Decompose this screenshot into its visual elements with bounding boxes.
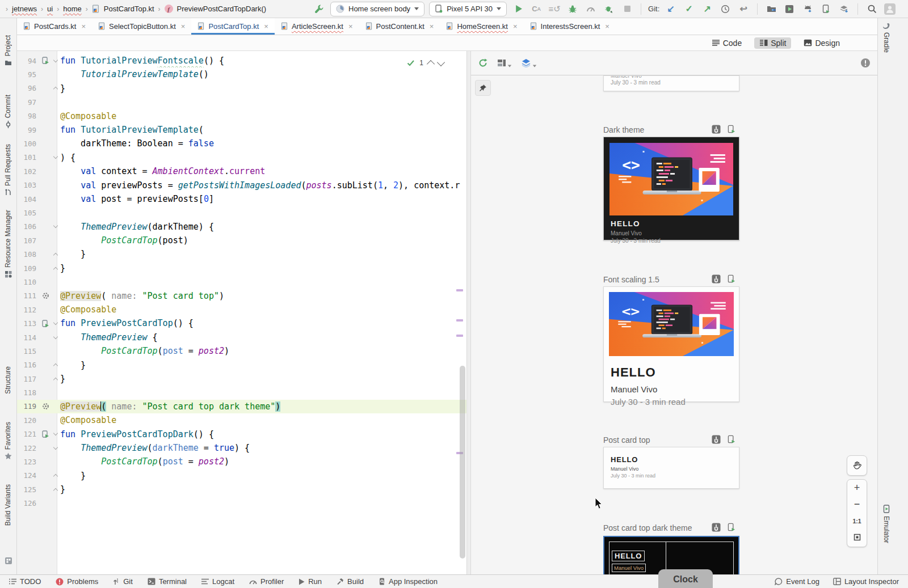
fold-marker[interactable] <box>51 447 60 449</box>
statusbar-item-event-log[interactable]: Event Log <box>775 577 819 586</box>
code-line[interactable]: 110 <box>17 275 466 289</box>
code-line[interactable]: 116 } <box>17 358 466 372</box>
fold-marker[interactable] <box>51 377 60 382</box>
statusbar-item-layout-inspector[interactable]: Layout Inspector <box>833 577 899 586</box>
code-line[interactable]: 95 TutorialPreviewTemplate() <box>17 67 466 81</box>
preview-view-options-icon[interactable] <box>497 58 512 67</box>
next-issue-icon[interactable] <box>437 58 445 66</box>
code-line[interactable]: 118 <box>17 386 466 399</box>
git-commit-button[interactable]: ✓ <box>682 2 696 16</box>
gutter-icon-slot[interactable] <box>40 430 51 438</box>
apply-changes-button[interactable]: CA <box>529 2 543 16</box>
code-line[interactable]: 121fun PreviewPostCardTopDark() { <box>17 428 466 441</box>
code-line[interactable]: 117} <box>17 372 466 386</box>
code-line[interactable]: 111@Preview( name: "Post card top") <box>17 289 466 303</box>
run-button[interactable] <box>511 2 525 16</box>
editor-scrollbar[interactable] <box>460 366 465 559</box>
zoom-out-button[interactable]: − <box>847 496 867 513</box>
close-icon[interactable]: × <box>181 22 186 31</box>
statusbar-item-profiler[interactable]: Profiler <box>249 577 284 586</box>
code-line[interactable]: 125} <box>17 483 466 496</box>
mode-split-button[interactable]: Split <box>754 37 791 49</box>
git-update-button[interactable]: ↙ <box>664 2 678 16</box>
git-rollback-button[interactable]: ↩ <box>737 2 750 16</box>
statusbar-item-app-inspection[interactable]: App Inspection <box>379 577 438 586</box>
fold-marker[interactable] <box>51 473 60 478</box>
interactive-preview-icon[interactable] <box>712 274 721 284</box>
fold-marker[interactable] <box>51 323 60 324</box>
mode-code-button[interactable]: Code <box>708 37 745 49</box>
tool-window-switcher-icon[interactable] <box>5 557 12 565</box>
edit-configuration-wrench-icon[interactable] <box>312 2 326 16</box>
fold-marker[interactable] <box>51 60 60 62</box>
run-preview-on-device-icon[interactable] <box>728 125 736 134</box>
mode-design-button[interactable]: Design <box>800 37 843 49</box>
statusbar-item-logcat[interactable]: Logcat <box>201 577 234 586</box>
gutter-icon-slot[interactable] <box>40 57 51 65</box>
run-preview-gutter-icon[interactable] <box>41 320 49 328</box>
code-line[interactable]: 106 ThemedPreview(darkTheme) { <box>17 220 466 234</box>
zoom-in-button[interactable]: + <box>847 480 867 496</box>
code-line[interactable]: 102 val context = AmbientContext.current <box>17 164 466 178</box>
statusbar-item-run[interactable]: Run <box>299 577 322 586</box>
refresh-preview-icon[interactable] <box>478 58 488 68</box>
statusbar-item-todo[interactable]: TODO <box>9 577 41 586</box>
debug-button[interactable] <box>566 2 579 16</box>
code-line[interactable]: 94fun TutorialPreviewFontscale() { <box>17 54 466 67</box>
pin-preview-button[interactable] <box>475 80 491 96</box>
statusbar-item-problems[interactable]: Problems <box>56 577 98 586</box>
tab-selecttopicbutton[interactable]: SelectTopicButton.kt× <box>92 18 191 35</box>
sidebar-item-pull-requests[interactable]: Pull Requests <box>0 144 16 196</box>
close-icon[interactable]: × <box>264 22 268 31</box>
sidebar-item-commit[interactable]: Commit <box>0 95 16 128</box>
close-icon[interactable]: × <box>430 22 434 31</box>
code-line[interactable]: 119@Preview( name: "Post card top dark t… <box>17 400 466 413</box>
profile-avatar[interactable] <box>883 2 897 16</box>
breadcrumb-package-ui[interactable]: ui <box>47 5 53 13</box>
code-line[interactable]: 100 darkTheme: Boolean = false <box>17 137 466 150</box>
previous-issue-icon[interactable] <box>427 60 435 68</box>
tab-postcardtop[interactable]: PostCardTop.kt× <box>191 18 274 35</box>
statusbar-item-build[interactable]: Build <box>337 577 364 586</box>
code-line[interactable]: 124 } <box>17 469 466 483</box>
sidebar-item-gradle[interactable]: Gradle <box>878 23 894 53</box>
sidebar-item-structure[interactable]: Structure <box>0 366 16 394</box>
interactive-preview-icon[interactable] <box>712 435 721 444</box>
preview-card-post-card-top[interactable]: HELLO Manuel Vivo July 30 - 3 min read <box>603 447 739 489</box>
inspection-widget[interactable]: 1 <box>405 58 446 68</box>
close-icon[interactable]: × <box>81 22 86 31</box>
run-preview-on-device-icon[interactable] <box>728 435 736 444</box>
zoom-actual-size-button[interactable]: 1:1 <box>847 513 867 529</box>
code-line[interactable]: 96} <box>17 82 466 95</box>
tab-interestsscreen[interactable]: InterestsScreen.kt× <box>524 18 616 35</box>
fold-marker[interactable] <box>51 487 60 492</box>
run-preview-on-device-icon[interactable] <box>728 523 736 532</box>
apply-code-changes-button[interactable]: ≡↺ <box>548 2 561 16</box>
profiler-button[interactable] <box>584 2 598 16</box>
sidebar-item-resource-manager[interactable]: Resource Manager <box>0 210 16 278</box>
layout-validation-button[interactable] <box>837 2 851 16</box>
preview-card-dark-theme[interactable]: HELLO Manuel Vivo July 30 - 3 min read <box>603 137 739 240</box>
preview-settings-gear-icon[interactable] <box>42 403 49 410</box>
code-editor[interactable]: 94fun TutorialPreviewFontscale() {95 Tut… <box>17 51 466 574</box>
statusbar-item-terminal[interactable]: Terminal <box>148 577 187 586</box>
preview-card-font-scaling[interactable]: HELLO Manuel Vivo July 30 - 3 min read <box>603 286 739 402</box>
sidebar-item-build-variants[interactable]: Build Variants <box>0 484 16 526</box>
avd-manager-button[interactable] <box>783 2 796 16</box>
search-everywhere-icon[interactable] <box>865 2 878 16</box>
code-line[interactable]: 108 } <box>17 247 466 261</box>
sidebar-item-emulator[interactable]: Emulator <box>878 505 894 543</box>
code-line[interactable]: 97 <box>17 95 466 109</box>
preview-issues-badge[interactable] <box>860 58 871 68</box>
breadcrumb-module[interactable]: jetnews <box>12 5 37 13</box>
interactive-preview-icon[interactable] <box>712 523 721 532</box>
fold-marker[interactable] <box>51 252 60 257</box>
breadcrumb-package-home[interactable]: home <box>63 5 82 13</box>
code-line[interactable]: 120@Composable <box>17 413 466 427</box>
breadcrumb-function[interactable]: PreviewPostCardTopDark() <box>177 5 267 13</box>
sidebar-item-favorites[interactable]: Favorites <box>0 422 16 460</box>
gutter-icon-slot[interactable] <box>40 320 51 328</box>
preview-settings-gear-icon[interactable] <box>42 292 49 299</box>
statusbar-item-git[interactable]: Git <box>113 577 133 586</box>
device-file-explorer-button[interactable] <box>819 2 833 16</box>
